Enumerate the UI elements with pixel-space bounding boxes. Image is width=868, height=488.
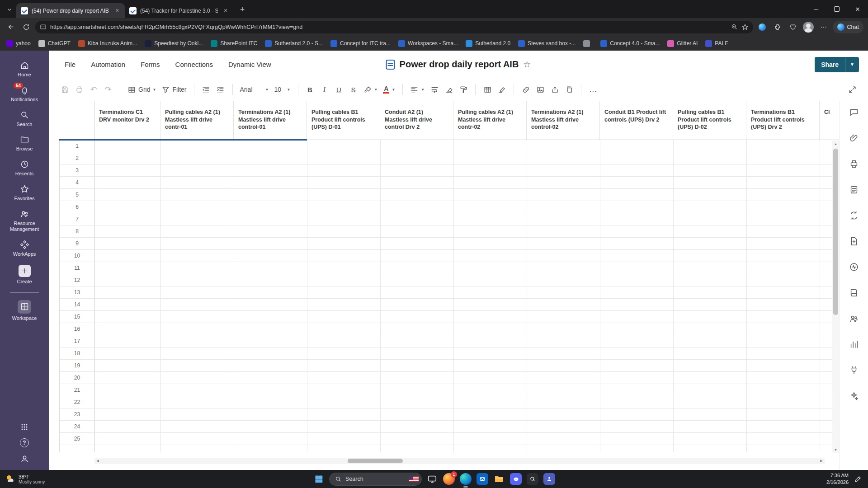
save-button[interactable]: [58, 83, 71, 96]
grid-cell[interactable]: [95, 445, 161, 452]
row-number[interactable]: 14: [60, 299, 95, 310]
grid-cell[interactable]: [95, 152, 161, 164]
grid-cell[interactable]: [600, 140, 674, 152]
grid-cell[interactable]: [674, 311, 747, 323]
minimize-button[interactable]: [806, 0, 826, 18]
grid-cell[interactable]: [527, 408, 600, 420]
grid-cell[interactable]: [674, 384, 747, 396]
grid-cell[interactable]: [674, 140, 747, 152]
row-number[interactable]: 1: [60, 140, 95, 152]
grid-cell[interactable]: [381, 238, 454, 249]
grid-cell[interactable]: [527, 262, 600, 274]
grid-cell[interactable]: [307, 286, 381, 298]
grid-cell[interactable]: [454, 274, 527, 286]
column-header[interactable]: Terminations C1 DRV monitor Drv 2: [94, 101, 160, 140]
start-button[interactable]: [312, 473, 325, 485]
grid-cell[interactable]: [234, 396, 307, 408]
grid-cell[interactable]: [234, 311, 307, 323]
sidebar-item-recents[interactable]: Recents: [0, 156, 49, 181]
grid-cell[interactable]: [381, 225, 454, 237]
create-document-button[interactable]: [849, 236, 859, 248]
grid-cell[interactable]: [381, 347, 454, 359]
grid-cell[interactable]: [747, 177, 820, 188]
grid-cell[interactable]: [307, 201, 381, 213]
browser-menu-button[interactable]: [817, 21, 830, 33]
grid-cell[interactable]: [527, 421, 600, 432]
grid-cell[interactable]: [747, 372, 820, 384]
row-number[interactable]: 24: [60, 421, 95, 432]
grid-cell[interactable]: [381, 177, 454, 188]
grid-cell[interactable]: [234, 250, 307, 262]
column-header[interactable]: Conduit A2 (1) Mastless lift drive contr…: [380, 101, 453, 140]
grid-cell[interactable]: [527, 286, 600, 298]
grid-cell[interactable]: [747, 433, 820, 445]
address-bar[interactable]: https://app.smartsheet.com/sheets/qFR2pG…: [35, 21, 753, 33]
column-header[interactable]: Pulling cables A2 (1) Mastless lift driv…: [453, 101, 527, 140]
grid-cell[interactable]: [454, 152, 527, 164]
grid-cell[interactable]: [307, 152, 381, 164]
apps-grid-icon[interactable]: [20, 422, 29, 432]
grid-cell[interactable]: [381, 311, 454, 323]
grid-cell[interactable]: [307, 445, 381, 452]
row-number[interactable]: 2: [60, 152, 95, 164]
grid-cell[interactable]: [381, 140, 454, 152]
row-number[interactable]: 21: [60, 384, 95, 396]
bookmark-item[interactable]: yahoo: [6, 40, 31, 47]
grid-cell[interactable]: [307, 323, 381, 335]
row-number[interactable]: 5: [60, 189, 95, 201]
grid-cell[interactable]: [161, 347, 234, 359]
grid-cell[interactable]: [674, 335, 747, 347]
grid-cell[interactable]: [747, 189, 820, 201]
grid-cell[interactable]: [674, 238, 747, 249]
row-number[interactable]: 25: [60, 433, 95, 445]
grid-cell[interactable]: [747, 323, 820, 335]
grid-cell[interactable]: [527, 372, 600, 384]
grid-cell[interactable]: [454, 421, 527, 432]
grid-cell[interactable]: [747, 408, 820, 420]
grid-cell[interactable]: [307, 433, 381, 445]
grid-cell[interactable]: [234, 274, 307, 286]
grid-cell[interactable]: [600, 152, 674, 164]
grid-cell[interactable]: [95, 396, 161, 408]
grid-cell[interactable]: [747, 335, 820, 347]
profile-avatar-button[interactable]: [802, 21, 815, 33]
grid-cell[interactable]: [381, 152, 454, 164]
grid-cell[interactable]: [381, 372, 454, 384]
bookmark-item[interactable]: ChatGPT: [38, 40, 71, 47]
grid-cell[interactable]: [527, 238, 600, 249]
grid-cell[interactable]: [161, 384, 234, 396]
tab-close-icon[interactable]: [222, 7, 230, 15]
grid-cell[interactable]: [527, 225, 600, 237]
grid-cell[interactable]: [381, 421, 454, 432]
grid-cell[interactable]: [234, 238, 307, 249]
grid-cell[interactable]: [161, 213, 234, 225]
grid-cell[interactable]: [95, 201, 161, 213]
grid-cell[interactable]: [747, 262, 820, 274]
copilot-button[interactable]: [756, 21, 769, 33]
grid-cell[interactable]: [527, 311, 600, 323]
copy-button[interactable]: [562, 83, 576, 96]
grid-cell[interactable]: [600, 177, 674, 188]
row-number[interactable]: 6: [60, 201, 95, 213]
grid-cell[interactable]: [161, 323, 234, 335]
grid-cell[interactable]: [307, 408, 381, 420]
grid-cell[interactable]: [454, 189, 527, 201]
grid-cell[interactable]: [674, 164, 747, 176]
column-header[interactable]: Terminations B1 Product lift controls (U…: [746, 101, 820, 140]
grid-cell[interactable]: [454, 408, 527, 420]
view-selector[interactable]: Grid: [125, 83, 158, 96]
bold-button[interactable]: B: [303, 83, 317, 96]
grid-cell[interactable]: [161, 152, 234, 164]
grid-cell[interactable]: [747, 347, 820, 359]
grid-cell[interactable]: [527, 396, 600, 408]
grid-cell[interactable]: [454, 164, 527, 176]
browser-app-with-badge[interactable]: 1: [443, 473, 455, 485]
grid-cell[interactable]: [161, 335, 234, 347]
grid-cell[interactable]: [600, 335, 674, 347]
grid-cell[interactable]: [381, 433, 454, 445]
grid-cell[interactable]: [381, 323, 454, 335]
text-color-button[interactable]: A: [381, 83, 397, 96]
grid-cell[interactable]: [161, 408, 234, 420]
sidebar-item-resource-management[interactable]: Resource Management: [0, 206, 49, 237]
grid-cell[interactable]: [527, 164, 600, 176]
